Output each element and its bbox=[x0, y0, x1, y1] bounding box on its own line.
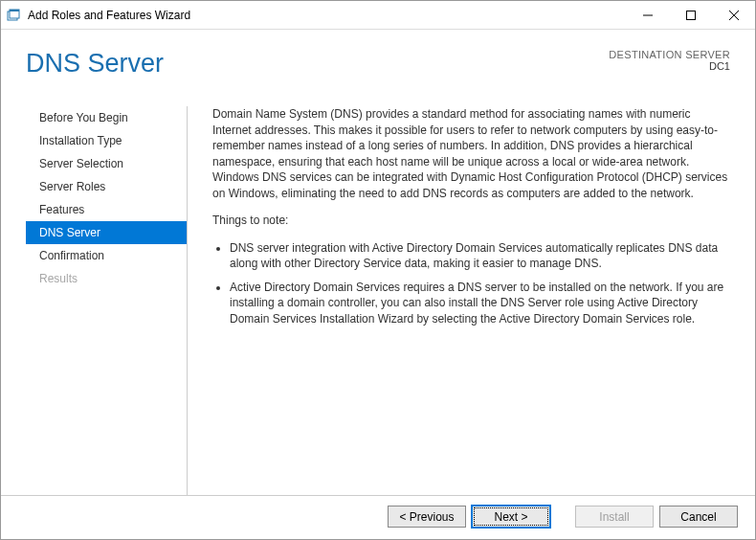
page-title: DNS Server bbox=[26, 49, 609, 79]
nav-item-installation-type[interactable]: Installation Type bbox=[26, 129, 187, 152]
install-button[interactable]: Install bbox=[575, 506, 654, 528]
window-title: Add Roles and Features Wizard bbox=[28, 9, 626, 22]
footer: < Previous Next > Install Cancel bbox=[1, 495, 755, 539]
content-pane: Domain Name System (DNS) provides a stan… bbox=[201, 106, 730, 495]
next-button[interactable]: Next > bbox=[472, 506, 550, 528]
destination-label: DESTINATION SERVER bbox=[609, 49, 730, 60]
minimize-button[interactable] bbox=[626, 1, 669, 29]
intro-paragraph: Domain Name System (DNS) provides a stan… bbox=[212, 106, 730, 201]
titlebar: Add Roles and Features Wizard bbox=[1, 1, 755, 30]
wizard-window: Add Roles and Features Wizard DNS Server… bbox=[0, 0, 756, 540]
destination-name: DC1 bbox=[609, 60, 730, 72]
nav-item-confirmation[interactable]: Confirmation bbox=[26, 244, 187, 267]
nav-item-results: Results bbox=[26, 267, 187, 290]
destination-server-block: DESTINATION SERVER DC1 bbox=[609, 49, 730, 72]
maximize-button[interactable] bbox=[669, 1, 712, 29]
note-bullet: Active Directory Domain Services require… bbox=[230, 280, 730, 327]
body: Before You BeginInstallation TypeServer … bbox=[1, 97, 755, 495]
note-bullet: DNS server integration with Active Direc… bbox=[230, 240, 730, 272]
close-button[interactable] bbox=[712, 1, 755, 29]
nav-item-before-you-begin[interactable]: Before You Begin bbox=[26, 106, 187, 129]
svg-rect-2 bbox=[10, 10, 19, 11]
button-gap bbox=[556, 506, 569, 528]
vertical-divider bbox=[187, 106, 188, 495]
wizard-nav: Before You BeginInstallation TypeServer … bbox=[26, 106, 187, 495]
nav-item-server-selection[interactable]: Server Selection bbox=[26, 152, 187, 175]
nav-item-dns-server[interactable]: DNS Server bbox=[26, 221, 187, 244]
notes-heading: Things to note: bbox=[212, 213, 730, 229]
header: DNS Server DESTINATION SERVER DC1 bbox=[1, 30, 755, 97]
window-controls bbox=[626, 1, 755, 29]
svg-rect-4 bbox=[686, 11, 695, 19]
nav-item-features[interactable]: Features bbox=[26, 198, 187, 221]
notes-list: DNS server integration with Active Direc… bbox=[212, 240, 730, 327]
nav-item-server-roles[interactable]: Server Roles bbox=[26, 175, 187, 198]
app-icon bbox=[7, 8, 22, 23]
previous-button[interactable]: < Previous bbox=[388, 506, 466, 528]
cancel-button[interactable]: Cancel bbox=[659, 506, 738, 528]
